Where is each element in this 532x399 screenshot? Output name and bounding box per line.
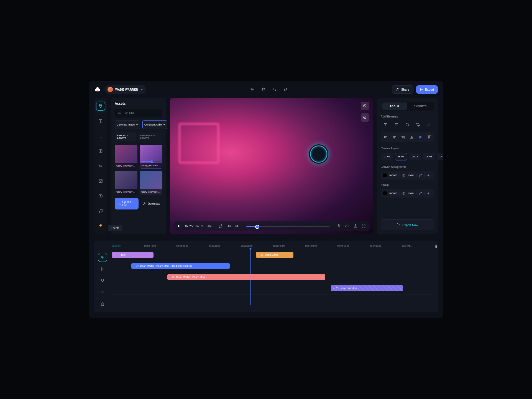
align-bottom-icon[interactable] bbox=[410, 135, 414, 139]
clip-text[interactable]: ‹Text› bbox=[112, 252, 154, 258]
svg-rect-36 bbox=[395, 123, 398, 126]
loop-button[interactable] bbox=[219, 224, 222, 228]
svg-marker-33 bbox=[237, 225, 239, 227]
sidebar-item-video[interactable] bbox=[96, 191, 105, 200]
sidebar-item-record[interactable] bbox=[96, 147, 105, 155]
add-icon[interactable] bbox=[427, 174, 430, 177]
share-button[interactable]: Share bbox=[392, 85, 413, 94]
zoom-out-icon bbox=[363, 116, 367, 119]
video-icon bbox=[172, 276, 175, 278]
sidebar-item-audio[interactable] bbox=[96, 206, 105, 215]
timeline-pause-button[interactable] bbox=[434, 245, 438, 249]
stroke-color-swatch[interactable] bbox=[383, 191, 387, 195]
mute-button[interactable] bbox=[208, 224, 211, 228]
svg-line-66 bbox=[102, 268, 103, 269]
align-right-icon[interactable] bbox=[401, 135, 405, 139]
cursor-tool-icon[interactable] bbox=[250, 87, 255, 92]
forward-button[interactable] bbox=[235, 224, 239, 228]
element-rect-icon[interactable] bbox=[393, 121, 400, 129]
sidebar: Effects bbox=[94, 98, 107, 234]
tab-tools[interactable]: TOOLS bbox=[382, 103, 407, 110]
element-wand-icon[interactable] bbox=[425, 121, 433, 129]
asset-item[interactable]: Giphy_nw1v68VBEI... bbox=[140, 145, 162, 168]
asset-scrubber[interactable] bbox=[142, 161, 160, 162]
align-top-icon[interactable] bbox=[427, 135, 431, 139]
clip-audio[interactable]: ‹Dean Martin - Volare.Mp3 › bbox=[131, 263, 230, 269]
element-pen-icon[interactable] bbox=[414, 121, 422, 129]
svg-point-18 bbox=[101, 211, 102, 212]
sidebar-item-effects[interactable] bbox=[96, 221, 105, 230]
asset-item[interactable]: Giphy_nw1v68VBEI... bbox=[115, 145, 137, 168]
download-button[interactable]: Download bbox=[141, 198, 162, 209]
rewind-button[interactable] bbox=[227, 224, 231, 228]
aspect-5-4[interactable]: 05:04 bbox=[423, 153, 435, 160]
youtube-url-input[interactable] bbox=[115, 109, 162, 117]
user-menu[interactable]: WADE WARREN bbox=[105, 85, 146, 94]
sidebar-item-text[interactable] bbox=[96, 117, 105, 126]
visibility-icon[interactable] bbox=[402, 174, 405, 177]
svg-rect-75 bbox=[435, 245, 436, 248]
canvas-preview[interactable]: 02:25 / 04:59 bbox=[170, 98, 373, 234]
svg-marker-32 bbox=[229, 225, 230, 227]
cloud-button[interactable] bbox=[345, 224, 349, 228]
export-button[interactable]: Export bbox=[416, 85, 438, 94]
aspect-4-5[interactable]: 04:05 bbox=[437, 153, 443, 160]
canvas-bg-label: Canvas Background bbox=[381, 165, 434, 168]
add-elements-label: Add Elements bbox=[381, 115, 434, 118]
mic-button[interactable] bbox=[337, 224, 341, 228]
timeline-cursor-tool[interactable] bbox=[98, 253, 107, 262]
clip-lewis-hamilton[interactable]: ‹Lewis Hamilton› bbox=[331, 285, 403, 291]
generate-image-button[interactable]: Generate Image bbox=[115, 120, 140, 129]
element-text-icon[interactable] bbox=[382, 121, 390, 129]
hand-tool-icon[interactable] bbox=[261, 87, 266, 92]
timeline-wave-tool[interactable] bbox=[98, 288, 107, 297]
player-bar: 02:25 / 04:59 bbox=[173, 221, 370, 231]
aspect-9-16[interactable]: 09:16 bbox=[409, 153, 421, 160]
eyedropper-icon[interactable] bbox=[419, 174, 422, 177]
redo-icon[interactable] bbox=[283, 87, 288, 92]
fullscreen-button[interactable] bbox=[362, 224, 366, 228]
upload-file-button[interactable]: Upload File bbox=[115, 198, 139, 209]
clip-video[interactable]: ‹Dean Martin - Volare.Mp4› bbox=[167, 274, 325, 280]
tab-workspace-assets[interactable]: WORKSPACE ASSETS bbox=[138, 132, 162, 141]
play-button[interactable] bbox=[177, 224, 181, 228]
sidebar-item-image[interactable] bbox=[96, 177, 105, 185]
aspect-16-9[interactable]: 16:09 bbox=[395, 153, 407, 160]
undo-icon[interactable] bbox=[272, 87, 277, 92]
timeline-main[interactable]: 02:30:00 00:02:45:00 00:03:00:00 00:03:1… bbox=[112, 245, 434, 308]
timeline-branch-tool[interactable] bbox=[98, 276, 107, 285]
svg-marker-28 bbox=[208, 225, 209, 227]
svg-point-8 bbox=[100, 150, 101, 152]
sidebar-item-list[interactable] bbox=[96, 132, 105, 140]
asset-item[interactable]: Giphy_nw1v68VBEI... bbox=[115, 171, 137, 195]
add-icon[interactable] bbox=[427, 192, 430, 195]
svg-point-37 bbox=[406, 123, 409, 126]
visibility-icon[interactable] bbox=[402, 192, 405, 195]
aspect-1-1[interactable]: 01:01 bbox=[381, 153, 393, 160]
eyedropper-icon[interactable] bbox=[419, 192, 422, 195]
share-out-button[interactable] bbox=[354, 224, 357, 228]
layers-icon bbox=[336, 287, 338, 290]
export-now-button[interactable]: Export Now bbox=[381, 219, 434, 230]
bg-color-swatch[interactable] bbox=[383, 173, 387, 177]
clip-dean-martin[interactable]: ‹Dean Martin› bbox=[256, 252, 293, 258]
sidebar-item-adjust[interactable] bbox=[96, 162, 105, 170]
svg-rect-49 bbox=[412, 137, 412, 138]
effects-tooltip: Effects bbox=[108, 225, 122, 231]
tab-exports[interactable]: EXPORTS bbox=[407, 103, 433, 110]
align-left-icon[interactable] bbox=[383, 135, 387, 139]
timeline-delete-tool[interactable] bbox=[98, 300, 107, 308]
svg-point-68 bbox=[103, 279, 104, 280]
asset-item[interactable]: Giphy_nw1v68VBEI... bbox=[140, 171, 162, 195]
zoom-in-button[interactable] bbox=[361, 102, 369, 110]
svg-rect-54 bbox=[428, 136, 429, 139]
generate-audio-button[interactable]: Generate Audio bbox=[142, 120, 167, 129]
element-circle-icon[interactable] bbox=[403, 121, 411, 129]
sidebar-item-assets[interactable] bbox=[96, 102, 105, 111]
align-center-h-icon[interactable] bbox=[392, 135, 396, 139]
align-middle-icon[interactable] bbox=[418, 135, 422, 139]
timeline-cut-tool[interactable] bbox=[98, 265, 107, 273]
zoom-out-button[interactable] bbox=[361, 113, 369, 122]
tab-project-assets[interactable]: PROJECT ASSETS bbox=[115, 132, 136, 141]
progress-bar[interactable] bbox=[246, 226, 330, 227]
